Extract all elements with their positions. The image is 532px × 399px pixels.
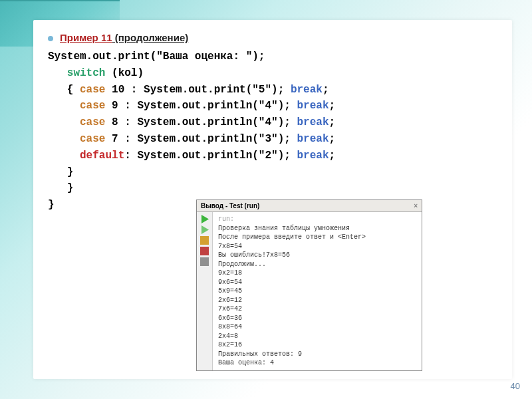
kw-switch: switch <box>67 67 106 79</box>
code-l10: } <box>48 199 55 211</box>
code-line-1: System.out.print("Ваша оценка: "); <box>48 51 265 63</box>
output-body: run: Проверка знания таблицы умножения П… <box>197 212 422 370</box>
kw-case-8: case <box>80 116 105 128</box>
out-line: Продолжим... <box>218 260 416 269</box>
run-icon[interactable] <box>200 215 209 223</box>
kw-break-5: break <box>297 150 329 162</box>
output-tab-label: Вывод - Test (run) <box>201 202 259 209</box>
close-icon[interactable]: × <box>414 202 418 209</box>
pad5 <box>48 116 80 128</box>
semi-1: ; <box>323 84 329 96</box>
out-line: 5x9=45 <box>218 287 416 296</box>
out-line: Правильных ответов: 9 <box>218 350 416 359</box>
kw-case-10: case <box>80 84 105 96</box>
kw-break-1: break <box>291 84 323 96</box>
example-label: Пример 11 <box>60 32 112 43</box>
code-l9: } <box>48 182 73 194</box>
out-line: 7x6=42 <box>218 305 416 314</box>
kw-break-4: break <box>297 133 329 145</box>
semi-2: ; <box>329 100 335 112</box>
gutter-icon-1[interactable] <box>200 236 209 245</box>
code-l4-mid: 9 : System.out.println("4"); <box>105 100 297 112</box>
out-line: 9x2=18 <box>218 269 416 278</box>
run-again-icon[interactable] <box>200 225 209 234</box>
slide-body: Пример 11 (продолжение) System.out.print… <box>33 20 512 379</box>
code-l6-mid: 7 : System.out.println("3"); <box>105 133 297 145</box>
kw-case-9: case <box>80 100 105 112</box>
code-l7-mid: : System.out.println("2"); <box>124 150 297 162</box>
code-block: System.out.print("Ваша оценка: "); switc… <box>48 49 497 213</box>
run-label: run: <box>218 215 416 224</box>
out-line: После примера введите ответ и <Enter> <box>218 233 416 242</box>
stop-icon[interactable] <box>200 247 209 255</box>
out-line: Вы ошиблись!7x8=56 <box>218 251 416 260</box>
slide-number: 40 <box>511 381 520 391</box>
pad7 <box>48 150 80 162</box>
out-line: 8x8=64 <box>218 323 416 332</box>
out-line: 2x6=12 <box>218 296 416 305</box>
out-line: Ваша оценка: 4 <box>218 358 416 368</box>
code-l8: } <box>48 166 73 178</box>
code-l5-mid: 8 : System.out.println("4"); <box>105 116 297 128</box>
out-line: 8x2=16 <box>218 340 416 350</box>
slide-title: Пример 11 (продолжение) <box>60 32 188 43</box>
bullet-icon <box>48 36 53 41</box>
output-gutter <box>197 212 213 370</box>
out-line: 7x8=54 <box>218 242 416 251</box>
kw-break-3: break <box>297 116 329 128</box>
output-lines: run: Проверка знания таблицы умножения П… <box>213 212 422 370</box>
gutter-icon-2[interactable] <box>200 257 209 266</box>
kw-break-2: break <box>297 100 329 112</box>
title-row: Пример 11 (продолжение) <box>48 32 497 43</box>
pad4 <box>48 100 80 112</box>
out-line: Проверка знания таблицы умножения <box>218 224 416 233</box>
semi-5: ; <box>329 150 336 162</box>
output-tab[interactable]: Вывод - Test (run) × <box>197 200 422 212</box>
code-l3-mid: 10 : System.out.print("5"); <box>105 84 290 96</box>
code-l2-rest: (kol) <box>105 67 144 79</box>
code-l3-open: { <box>48 84 80 96</box>
semi-4: ; <box>329 133 335 145</box>
pad6 <box>48 133 80 145</box>
out-line: 6x6=36 <box>218 314 416 323</box>
semi-3: ; <box>329 116 335 128</box>
out-line: 2x4=8 <box>218 332 416 341</box>
kw-case-7: case <box>80 133 105 145</box>
kw-default: default <box>80 150 124 162</box>
out-line: 9x6=54 <box>218 278 416 287</box>
output-window: Вывод - Test (run) × run: Проверка знани… <box>196 200 422 371</box>
continuation-label: (продолжение) <box>112 32 189 43</box>
